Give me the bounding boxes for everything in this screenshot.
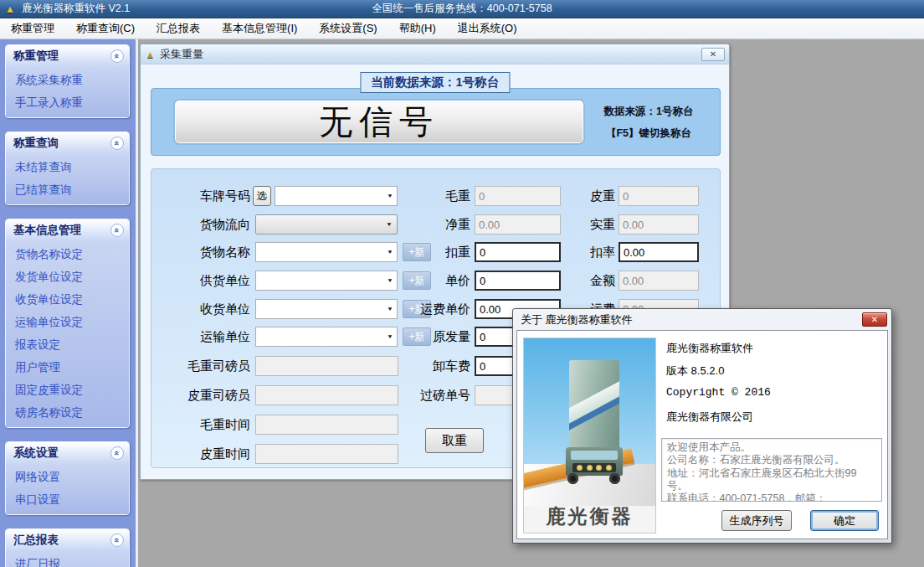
- sidebar-item-network-settings[interactable]: 网络设置: [6, 466, 129, 488]
- app-titlebar: ▲ 鹿光衡器称重软件 V2.1 全国统一售后服务热线：400-071-5758: [0, 0, 924, 18]
- source-info: 数据来源：1号称台 【F5】键切换称台: [586, 101, 711, 144]
- source-info-line2: 【F5】键切换称台: [586, 122, 711, 144]
- menu-weigh-query[interactable]: 称重查询(C): [65, 18, 146, 39]
- amount-field[interactable]: [619, 271, 699, 291]
- menu-exit[interactable]: 退出系统(O): [447, 18, 528, 39]
- truck-trailer: [569, 360, 619, 449]
- menu-system-settings[interactable]: 系统设置(S): [308, 18, 388, 39]
- about-version: 版本 8.5.2.0: [666, 363, 724, 379]
- nav-header-label: 汇总报表: [13, 533, 59, 548]
- nav-header-label: 系统设置: [13, 446, 59, 461]
- sidebar-item-report-setting[interactable]: 报表设定: [6, 333, 129, 356]
- nav-section-base-info: 基本信息管理 « 货物名称设定 发货单位设定 收货单位设定 运输单位设定 报表设…: [5, 219, 130, 428]
- menu-summary-report[interactable]: 汇总报表: [146, 18, 211, 39]
- tare-weight-field[interactable]: [619, 186, 699, 206]
- nav-header-label: 基本信息管理: [13, 223, 81, 238]
- nav-header-summary-report[interactable]: 汇总报表 «: [6, 529, 129, 551]
- unload-fee-label: 卸车费: [399, 355, 470, 377]
- menu-help[interactable]: 帮助(H): [388, 18, 447, 39]
- about-product-name: 鹿光衡器称重软件: [666, 341, 753, 356]
- collapse-chevron-icon[interactable]: «: [110, 137, 124, 150]
- sidebar-item-unsettled-query[interactable]: 未结算查询: [6, 156, 129, 178]
- nav-header-system-settings[interactable]: 系统设置 «: [6, 442, 129, 464]
- signal-panel: 无信号 数据来源：1号称台 【F5】键切换称台: [151, 88, 721, 156]
- window-logo-icon: ▲: [146, 49, 155, 59]
- source-info-line1: 数据来源：1号称台: [586, 101, 711, 122]
- menu-bar: 称重管理 称重查询(C) 汇总报表 基本信息管理(I) 系统设置(S) 帮助(H…: [0, 18, 924, 39]
- nav-header-base-info[interactable]: 基本信息管理 «: [6, 219, 129, 241]
- collapse-chevron-icon[interactable]: «: [110, 49, 124, 63]
- nav-header-weigh-manage[interactable]: 称重管理 «: [6, 45, 129, 67]
- sidebar-item-fixed-tare-setting[interactable]: 固定皮重设定: [6, 379, 129, 401]
- truck-wheel: [609, 473, 620, 484]
- sidebar-item-settled-query[interactable]: 已结算查询: [6, 178, 129, 201]
- nav-section-system-settings: 系统设置 « 网络设置 串口设置: [5, 441, 130, 515]
- close-icon: ✕: [871, 315, 878, 324]
- net-weight-label: 净重: [399, 214, 470, 235]
- generate-serial-button[interactable]: 生成序列号: [721, 510, 792, 531]
- take-weight-button[interactable]: 取重: [425, 428, 484, 453]
- sidebar-item-receiver-unit-setting[interactable]: 收货单位设定: [6, 288, 129, 311]
- sidebar-item-sender-unit-setting[interactable]: 发货单位设定: [6, 265, 129, 288]
- deduct-rate-label: 扣率: [540, 241, 615, 263]
- gross-time-field[interactable]: [255, 415, 398, 435]
- collapse-chevron-icon[interactable]: «: [110, 533, 124, 547]
- window-title: 采集重量: [160, 47, 203, 62]
- unit-price-label: 单价: [399, 270, 470, 291]
- deduct-weight-label: 扣重: [399, 241, 470, 263]
- nav-header-label: 称重查询: [13, 136, 59, 151]
- truck-wheel: [567, 473, 578, 484]
- menu-base-info[interactable]: 基本信息管理(I): [211, 18, 308, 39]
- actual-weight-field[interactable]: [619, 214, 699, 235]
- app-title: 鹿光衡器称重软件 V2.1: [22, 2, 130, 16]
- sidebar-item-goods-name-setting[interactable]: 货物名称设定: [6, 243, 129, 265]
- tare-weight-label: 皮重: [540, 185, 615, 207]
- actual-weight-label: 实重: [540, 214, 615, 235]
- dialog-close-button[interactable]: ✕: [862, 312, 887, 327]
- gross-time-label: 毛重时间: [162, 414, 250, 436]
- app-logo-icon: ▲: [3, 3, 17, 16]
- nav-section-summary-report: 汇总报表 « 进厂日报 出厂日报: [5, 528, 130, 567]
- about-dialog-title: 关于 鹿光衡器称重软件: [521, 312, 633, 327]
- nav-header-label: 称重管理: [13, 49, 59, 64]
- about-copyright: Copyright © 2016: [666, 386, 771, 399]
- about-dialog-titlebar[interactable]: 关于 鹿光衡器称重软件 ✕: [513, 309, 891, 330]
- collapse-chevron-icon[interactable]: «: [110, 446, 124, 460]
- sidebar-nav: 称重管理 « 系统采集称重 手工录入称重 称重查询 « 未结算查询 已结算查询 …: [0, 39, 138, 567]
- truck-image-caption: 鹿光衡器: [524, 503, 655, 529]
- hotline-text: 全国统一售后服务热线：400-071-5758: [0, 2, 924, 16]
- nav-header-weigh-query[interactable]: 称重查询 «: [6, 132, 129, 154]
- menu-weigh-manage[interactable]: 称重管理: [0, 18, 65, 39]
- weigh-ticket-no-label: 过磅单号: [399, 384, 470, 406]
- about-company: 鹿光衡器有限公司: [666, 410, 753, 425]
- company-info-box: 欢迎使用本产品。 公司名称：石家庄鹿光衡器有限公司。 地址：河北省石家庄鹿泉区石…: [661, 438, 882, 502]
- nav-section-weigh-query: 称重查询 « 未结算查询 已结算查询: [5, 131, 130, 205]
- sidebar-item-serial-port-settings[interactable]: 串口设置: [6, 488, 129, 511]
- sidebar-item-manual-entry-weigh[interactable]: 手工录入称重: [6, 91, 129, 114]
- truck-scale-image: 鹿光衡器: [523, 338, 656, 533]
- sidebar-item-weighhouse-name-setting[interactable]: 磅房名称设定: [6, 401, 129, 424]
- freight-price-label: 运费单价: [399, 298, 470, 320]
- window-close-button[interactable]: ✕: [701, 48, 725, 61]
- ok-button[interactable]: 确定: [810, 510, 879, 531]
- tare-time-label: 皮重时间: [162, 443, 250, 465]
- sidebar-item-user-manage[interactable]: 用户管理: [6, 356, 129, 379]
- deduct-rate-field[interactable]: [619, 242, 699, 262]
- data-source-banner: 当前数据来源：1号称台: [360, 72, 510, 93]
- original-qty-label: 原发量: [399, 326, 470, 348]
- about-dialog-body: 鹿光衡器 鹿光衡器称重软件 版本 8.5.2.0 Copyright © 201…: [516, 330, 888, 539]
- amount-label: 金额: [540, 270, 615, 291]
- sidebar-item-transport-unit-setting[interactable]: 运输单位设定: [6, 311, 129, 333]
- weight-display: 无信号: [173, 99, 585, 145]
- collect-weight-titlebar[interactable]: ▲ 采集重量 ✕: [141, 44, 729, 64]
- collapse-chevron-icon[interactable]: «: [110, 224, 124, 237]
- sidebar-item-inbound-daily-report[interactable]: 进厂日报: [6, 553, 129, 567]
- close-icon: ✕: [710, 49, 716, 59]
- about-dialog: 关于 鹿光衡器称重软件 ✕ 鹿光衡器 鹿光衡器称重软件 版本 8.5.2.0 C…: [512, 308, 892, 544]
- truck-cab: [566, 447, 623, 476]
- tare-time-field[interactable]: [255, 444, 398, 464]
- sidebar-item-system-collect-weigh[interactable]: 系统采集称重: [6, 69, 129, 91]
- nav-section-weigh-manage: 称重管理 « 系统采集称重 手工录入称重: [5, 44, 130, 118]
- gross-weight-label: 毛重: [399, 185, 470, 207]
